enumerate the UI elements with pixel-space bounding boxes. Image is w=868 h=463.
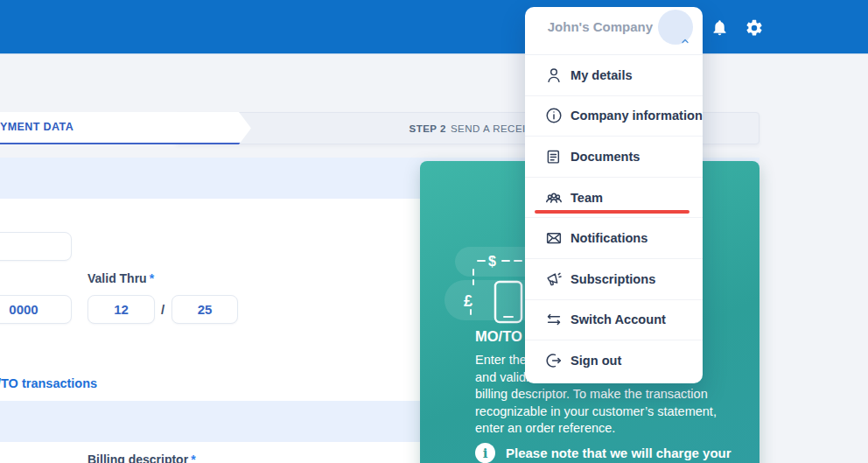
account-menu-list: My details Company information Documents bbox=[525, 54, 703, 383]
info-icon: i bbox=[475, 443, 495, 463]
dollar-symbol: $ bbox=[488, 254, 496, 269]
info-icon bbox=[544, 106, 564, 125]
account-dropdown-header: John's Company bbox=[525, 7, 703, 54]
envelope-icon bbox=[544, 228, 564, 248]
step-tab-payment-data[interactable]: YMENT DATA bbox=[0, 112, 251, 144]
moto-transactions-link[interactable]: /TO transactions bbox=[0, 376, 97, 390]
valid-thru-year-input[interactable]: 25 bbox=[172, 295, 238, 324]
menu-item-subscriptions[interactable]: Subscriptions bbox=[525, 259, 703, 300]
team-underline-annotation bbox=[535, 210, 690, 214]
menu-item-company-information[interactable]: Company information bbox=[525, 96, 703, 137]
header-bar bbox=[0, 0, 868, 53]
team-icon bbox=[544, 188, 564, 207]
documents-icon bbox=[544, 147, 564, 166]
pound-symbol: £ bbox=[464, 292, 472, 310]
valid-thru-month-input[interactable]: 12 bbox=[88, 295, 155, 324]
menu-item-sign-out[interactable]: Sign out bbox=[525, 340, 703, 382]
account-dropdown: John's Company My details Company inform… bbox=[525, 7, 703, 383]
company-name: John's Company bbox=[548, 7, 653, 47]
menu-item-team[interactable]: Team bbox=[525, 178, 703, 219]
person-icon bbox=[544, 66, 564, 85]
chevron-up-icon bbox=[679, 36, 691, 46]
promo-note: i Please note that we will charge your bbox=[475, 443, 732, 463]
menu-item-documents[interactable]: Documents bbox=[525, 137, 703, 178]
menu-item-my-details[interactable]: My details bbox=[525, 55, 703, 96]
megaphone-icon bbox=[544, 270, 564, 289]
promo-note-text: Please note that we will charge your bbox=[506, 443, 732, 463]
date-separator: / bbox=[161, 302, 164, 317]
sign-out-icon bbox=[544, 351, 564, 370]
gear-icon[interactable] bbox=[745, 18, 764, 38]
card-digits-input[interactable]: 0000 bbox=[0, 295, 72, 324]
billing-descriptor-label: Billing descriptor* bbox=[88, 452, 196, 463]
switch-arrows-icon bbox=[544, 310, 564, 329]
card-digits-empty-input[interactable] bbox=[0, 232, 72, 261]
app-viewport: STEP 2 SEND A RECEIPT YMENT DATA Valid T… bbox=[0, 0, 868, 463]
menu-item-switch-account[interactable]: Switch Account bbox=[525, 300, 703, 341]
bell-icon[interactable] bbox=[710, 18, 729, 37]
menu-item-notifications[interactable]: Notifications bbox=[525, 218, 703, 259]
valid-thru-label: Valid Thru* bbox=[88, 271, 154, 285]
